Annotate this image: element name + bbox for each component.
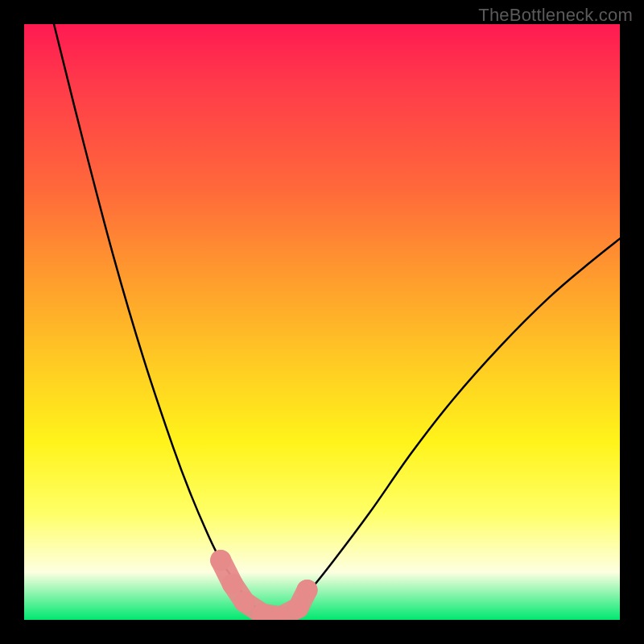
marker-dot [222,574,243,595]
curve-right-arm [275,238,620,620]
chart-plot-area [24,24,620,620]
marker-dot [297,580,318,601]
watermark-text: TheBottleneck.com [478,5,633,26]
chart-overlay [24,24,620,620]
marker-dot [287,597,308,618]
curve-left-arm [54,24,275,620]
marker-dot [210,550,231,571]
marker-dots [210,550,317,620]
chart-frame: TheBottleneck.com [0,0,644,644]
marker-dot [234,592,255,613]
